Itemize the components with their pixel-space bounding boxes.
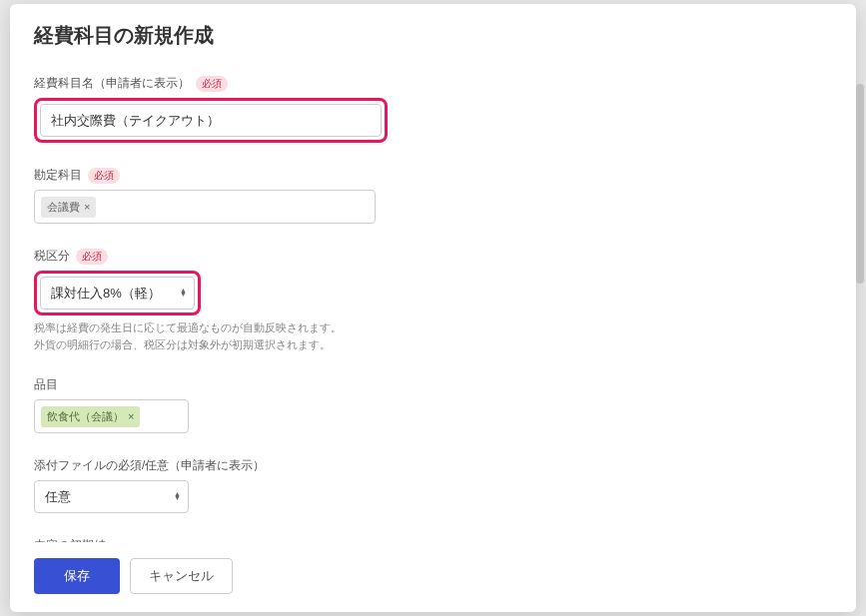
tax-help-text: 税率は経費の発生日に応じて最適なものが自動反映されます。 外貨の明細行の場合、税… bbox=[34, 319, 832, 352]
tax-select[interactable]: 課対仕入8%（軽） bbox=[40, 277, 195, 309]
attachment-select[interactable]: 任意 bbox=[34, 480, 189, 513]
modal-footer: 保存 キャンセル bbox=[10, 542, 856, 612]
field-expense-name: 経費科目名（申請者に表示） 必須 bbox=[34, 75, 832, 143]
scrollbar[interactable] bbox=[856, 84, 864, 284]
create-expense-modal: 経費科目の新規作成 経費科目名（申請者に表示） 必須 勘定科目 必須 会議費 × bbox=[10, 4, 856, 612]
modal-body[interactable]: 経費科目名（申請者に表示） 必須 勘定科目 必須 会議費 × 税区分 bbox=[10, 69, 856, 542]
required-badge: 必須 bbox=[196, 76, 228, 92]
field-attachment: 添付ファイルの必須/任意（申請者に表示） 任意 ▲▼ bbox=[34, 457, 832, 513]
expense-name-label: 経費科目名（申請者に表示） 必須 bbox=[34, 75, 832, 92]
account-tag-input[interactable]: 会議費 × bbox=[34, 190, 376, 224]
modal-title: 経費科目の新規作成 bbox=[34, 22, 832, 49]
highlight-box bbox=[34, 98, 388, 143]
expense-name-input[interactable] bbox=[40, 104, 382, 137]
tax-select-wrapper: 課対仕入8%（軽） ▲▼ bbox=[40, 277, 195, 309]
tag-remove-icon[interactable]: × bbox=[128, 410, 134, 422]
attachment-select-wrapper: 任意 ▲▼ bbox=[34, 480, 189, 513]
field-item: 品目 飲食代（会議） × bbox=[34, 376, 832, 433]
field-account: 勘定科目 必須 会議費 × bbox=[34, 167, 832, 224]
field-tax: 税区分 必須 課対仕入8%（軽） ▲▼ 税率は経費の発生日に応じて最適なものが自… bbox=[34, 248, 832, 352]
save-button[interactable]: 保存 bbox=[34, 558, 120, 594]
highlight-box: 課対仕入8%（軽） ▲▼ bbox=[34, 271, 201, 315]
item-tag: 飲食代（会議） × bbox=[41, 406, 140, 427]
required-badge: 必須 bbox=[76, 249, 108, 265]
tag-remove-icon[interactable]: × bbox=[84, 201, 90, 213]
item-label: 品目 bbox=[34, 376, 832, 393]
modal-header: 経費科目の新規作成 bbox=[10, 4, 856, 69]
tax-label: 税区分 必須 bbox=[34, 248, 832, 265]
item-tag-input[interactable]: 飲食代（会議） × bbox=[34, 399, 189, 433]
attachment-label: 添付ファイルの必須/任意（申請者に表示） bbox=[34, 457, 832, 474]
account-label: 勘定科目 必須 bbox=[34, 167, 832, 184]
account-tag: 会議費 × bbox=[41, 197, 96, 218]
cancel-button[interactable]: キャンセル bbox=[130, 558, 233, 594]
required-badge: 必須 bbox=[88, 168, 120, 184]
